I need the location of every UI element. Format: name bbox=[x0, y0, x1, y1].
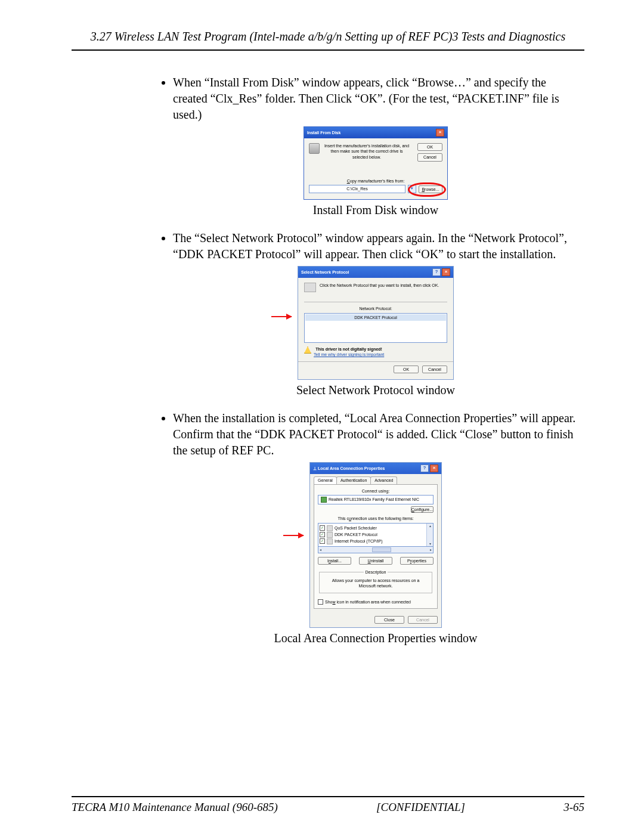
tab-advanced[interactable]: Advanced bbox=[370, 476, 397, 484]
select-network-protocol-dialog: Select Network Protocol ? × Click the Ne… bbox=[298, 266, 454, 380]
component-icon bbox=[327, 525, 333, 531]
ok-button[interactable]: OK bbox=[417, 143, 442, 151]
properties-button[interactable]: Properties bbox=[400, 557, 434, 565]
component-icon bbox=[327, 538, 333, 544]
page: 3.27 Wireless LAN Test Program (Intel-ma… bbox=[0, 0, 644, 833]
help-icon[interactable]: ? bbox=[420, 465, 429, 472]
path-input[interactable]: C:\Clx_Res bbox=[309, 185, 405, 193]
dialog-titlebar: Install From Disk × bbox=[304, 127, 447, 138]
figure-caption: Local Area Connection Properties window bbox=[173, 630, 578, 646]
tab-authentication[interactable]: Authentication bbox=[336, 476, 371, 484]
help-icon[interactable]: ? bbox=[432, 268, 441, 276]
description-legend: Description bbox=[364, 569, 387, 575]
warning-text: This driver is not digitally signed! bbox=[314, 346, 384, 352]
highlight-ellipse bbox=[408, 182, 446, 197]
install-from-disk-dialog: Install From Disk × Insert the manufactu… bbox=[304, 126, 448, 200]
nic-field: Realtek RTL8139/810x Family Fast Etherne… bbox=[318, 495, 434, 504]
close-button[interactable]: Close bbox=[374, 616, 404, 624]
protocol-icon bbox=[304, 283, 316, 292]
floppy-disk-icon bbox=[309, 143, 320, 154]
figure-caption: Install From Disk window bbox=[173, 202, 578, 218]
nic-name: Realtek RTL8139/810x Family Fast Etherne… bbox=[329, 497, 419, 502]
list-item-ddk-packet[interactable]: DDK PACKET Protocol bbox=[305, 314, 446, 321]
description-text: Allows your computer to access resources… bbox=[323, 578, 428, 589]
list-item: When “Install From Disk” window appears,… bbox=[173, 75, 584, 218]
dialog-title: Install From Disk bbox=[307, 130, 340, 135]
warning-icon bbox=[304, 346, 311, 354]
footer-center: [CONFIDENTIAL] bbox=[376, 801, 465, 814]
item-qos[interactable]: QoS Packet Scheduler bbox=[335, 525, 377, 531]
footer-rule bbox=[72, 796, 584, 797]
page-footer: TECRA M10 Maintenance Manual (960-685) [… bbox=[72, 796, 584, 814]
component-icon bbox=[327, 532, 333, 538]
list-item: The “Select Network Protocol” window app… bbox=[173, 230, 584, 398]
scroll-thumb[interactable] bbox=[372, 547, 391, 552]
header-title: 3.27 Wireless LAN Test Program (Intel-ma… bbox=[72, 30, 584, 44]
connect-using-label: Connect using: bbox=[318, 488, 434, 494]
dialog-titlebar: Select Network Protocol ? × bbox=[298, 267, 453, 278]
description-group: Description Allows your computer to acce… bbox=[319, 569, 432, 593]
dialog-intro: Click the Network Protocol that you want… bbox=[320, 283, 439, 292]
dialog-message: Insert the manufacturer's installation d… bbox=[323, 143, 410, 162]
dialog-title: ⊥ Local Area Connection Properties bbox=[313, 466, 385, 471]
configure-button[interactable]: Configure... bbox=[411, 506, 434, 513]
signing-link[interactable]: Tell me why driver signing is important bbox=[314, 352, 384, 357]
protocol-listbox[interactable]: DDK PACKET Protocol bbox=[304, 313, 447, 343]
cancel-button[interactable]: Cancel bbox=[417, 153, 442, 161]
dialog-title: Select Network Protocol bbox=[301, 270, 349, 275]
install-button[interactable]: Install... bbox=[318, 557, 351, 565]
nic-icon bbox=[321, 497, 327, 503]
chevron-left-icon[interactable]: ◂ bbox=[320, 547, 321, 552]
close-icon[interactable]: × bbox=[430, 465, 438, 472]
tab-bar: General Authentication Advanced bbox=[310, 474, 441, 484]
bullet-text: When the installation is completed, “Loc… bbox=[173, 411, 575, 457]
highlight-arrow-icon bbox=[283, 535, 304, 536]
scrollbar-horizontal[interactable]: ◂ ▸ bbox=[318, 547, 434, 553]
bullet-text: When “Install From Disk” window appears,… bbox=[173, 76, 559, 121]
instruction-list: When “Install From Disk” window appears,… bbox=[72, 75, 584, 646]
figure-caption: Select Network Protocol window bbox=[173, 382, 578, 398]
cancel-button: Cancel bbox=[408, 616, 438, 624]
network-protocol-label: Network Protocol: bbox=[304, 306, 447, 311]
item-tcpip[interactable]: Internet Protocol (TCP/IP) bbox=[335, 538, 383, 544]
tab-general[interactable]: General bbox=[314, 476, 337, 484]
ok-button[interactable]: OK bbox=[394, 366, 419, 373]
uses-label: This connection uses the following items… bbox=[318, 516, 434, 521]
item-ddk-packet[interactable]: DDK PACKET Protocol bbox=[335, 532, 377, 537]
list-item: When the installation is completed, “Loc… bbox=[173, 410, 584, 646]
checkbox-icon[interactable]: ✓ bbox=[320, 532, 325, 537]
cancel-button[interactable]: Cancel bbox=[422, 366, 447, 373]
close-icon[interactable]: × bbox=[436, 129, 444, 137]
header-rule bbox=[72, 49, 584, 51]
connection-items-list[interactable]: ✓QoS Packet Scheduler ✓DDK PACKET Protoc… bbox=[318, 523, 434, 547]
uninstall-button[interactable]: Uninstall bbox=[359, 557, 392, 565]
checkbox-icon[interactable]: ✓ bbox=[320, 538, 325, 544]
chevron-right-icon[interactable]: ▸ bbox=[430, 547, 432, 552]
highlight-arrow-icon bbox=[271, 316, 292, 317]
scrollbar-vertical[interactable]: ▴▾ bbox=[426, 524, 433, 546]
show-icon-label: Show icon in notification area when conn… bbox=[325, 599, 411, 605]
chevron-down-icon[interactable]: ▾ bbox=[429, 541, 431, 546]
footer-left: TECRA M10 Maintenance Manual (960-685) bbox=[72, 801, 278, 814]
lan-properties-dialog: ⊥ Local Area Connection Properties ? × G… bbox=[309, 462, 442, 628]
bullet-text: The “Select Network Protocol” window app… bbox=[173, 231, 567, 261]
checkbox-icon[interactable] bbox=[318, 599, 323, 605]
footer-right: 3-65 bbox=[564, 801, 584, 814]
close-icon[interactable]: × bbox=[442, 268, 450, 276]
checkbox-icon[interactable]: ✓ bbox=[320, 525, 325, 531]
chevron-up-icon[interactable]: ▴ bbox=[429, 524, 431, 528]
dialog-titlebar: ⊥ Local Area Connection Properties ? × bbox=[310, 463, 441, 474]
